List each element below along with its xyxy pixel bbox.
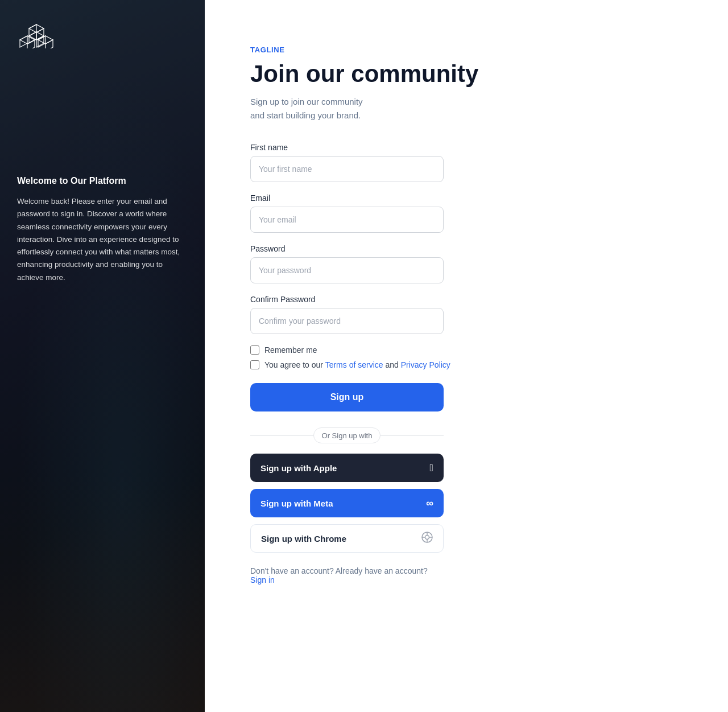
confirm-password-label: Confirm Password [250,295,694,304]
first-name-input[interactable] [250,156,444,182]
left-panel-title: Welcome to Our Platform [17,176,188,186]
logo [17,17,188,51]
tagline: TAGLINE [250,46,694,54]
social-buttons: Sign up with Apple  Sign up with Meta ∞… [250,454,444,553]
confirm-password-group: Confirm Password [250,295,694,334]
remember-me-row[interactable]: Remember me [250,345,694,355]
privacy-link[interactable]: Privacy Policy [401,360,450,369]
apple-signup-label: Sign up with Apple [260,463,337,473]
divider-text: Or Sign up with [313,427,381,443]
left-panel: Welcome to Our Platform Welcome back! Pl… [0,0,205,712]
checkboxes-section: Remember me You agree to our Terms of se… [250,345,694,369]
signup-button[interactable]: Sign up [250,383,444,411]
email-group: Email [250,194,694,233]
email-label: Email [250,194,694,203]
meta-signup-button[interactable]: Sign up with Meta ∞ [250,489,444,517]
email-input[interactable] [250,207,444,233]
apple-icon:  [429,462,433,474]
page-subtitle: Sign up to join our community and start … [250,95,694,122]
terms-row[interactable]: You agree to our Terms of service and Pr… [250,360,694,369]
first-name-group: First name [250,143,694,182]
meta-icon: ∞ [426,497,433,509]
chrome-signup-label: Sign up with Chrome [261,534,346,544]
svg-marker-8 [46,40,53,48]
left-panel-body: Welcome back! Please enter your email an… [17,195,182,284]
page-title: Join our community [250,61,694,87]
terms-checkbox[interactable] [250,360,259,369]
divider-right [380,435,444,436]
signin-row: Don't have an account? Already have an a… [250,566,444,585]
password-label: Password [250,244,694,253]
remember-me-label: Remember me [264,345,317,355]
first-name-label: First name [250,143,694,152]
apple-signup-button[interactable]: Sign up with Apple  [250,454,444,482]
chrome-signup-button[interactable]: Sign up with Chrome [250,524,444,553]
chrome-icon [421,532,433,546]
divider-row: Or Sign up with [250,427,444,443]
logo-icon [17,17,57,48]
svg-point-13 [425,535,429,539]
signin-text: Don't have an account? Already have an a… [250,566,428,575]
signin-link[interactable]: Sign in [250,575,275,585]
terms-text: You agree to our Terms of service and Pr… [264,360,450,369]
right-panel: TAGLINE Join our community Sign up to jo… [205,0,728,712]
meta-signup-label: Sign up with Meta [260,499,333,508]
remember-me-checkbox[interactable] [250,345,259,355]
password-group: Password [250,244,694,283]
divider-left [250,435,313,436]
terms-link[interactable]: Terms of service [325,360,383,369]
signup-form: First name Email Password Confirm Passwo… [250,143,694,427]
password-input[interactable] [250,257,444,283]
confirm-password-input[interactable] [250,308,444,334]
